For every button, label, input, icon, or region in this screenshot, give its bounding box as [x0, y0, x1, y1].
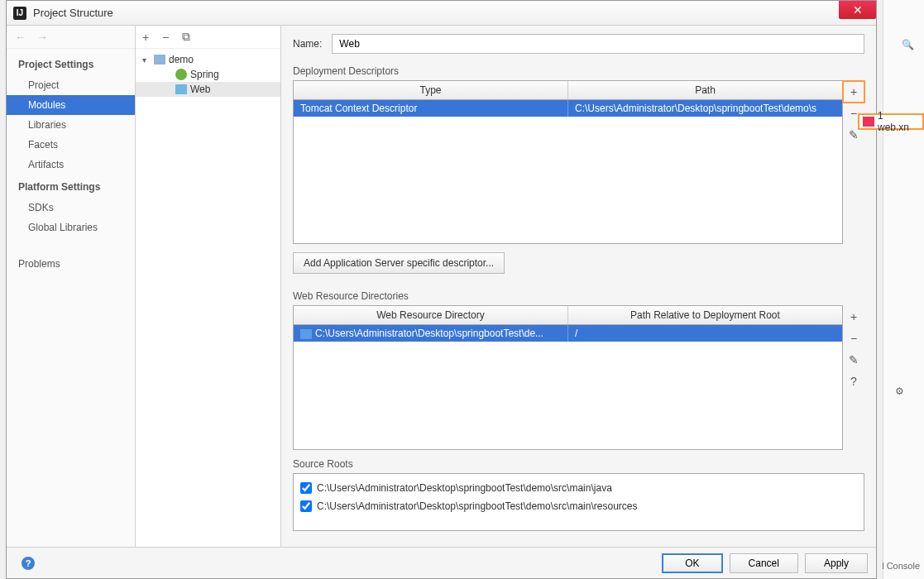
name-label: Name:: [293, 38, 322, 50]
tree-node-spring[interactable]: Spring: [136, 67, 280, 82]
sidebar-item-artifacts[interactable]: Artifacts: [7, 155, 135, 175]
settings-sidebar: ← → Project Settings Project Modules Lib…: [7, 26, 136, 547]
sidebar-item-libraries[interactable]: Libraries: [7, 115, 135, 135]
sidebar-item-project[interactable]: Project: [7, 75, 135, 95]
add-module-icon[interactable]: +: [142, 31, 149, 44]
nav-forward-icon[interactable]: →: [36, 31, 48, 44]
col-relpath[interactable]: Path Relative to Deployment Root: [568, 306, 842, 324]
cell-path: C:\Users\Administrator\Desktop\springboo…: [568, 100, 842, 117]
sidebar-item-facets[interactable]: Facets: [7, 135, 135, 155]
table-row[interactable]: C:\Users\Administrator\Desktop\springboo…: [294, 325, 842, 342]
web-resource-dirs-table: Web Resource Directory Path Relative to …: [293, 305, 843, 450]
tree-node-web[interactable]: Web: [136, 82, 280, 97]
nav-arrows: ← →: [7, 26, 135, 49]
col-type[interactable]: Type: [294, 81, 568, 99]
add-app-server-descriptor-button[interactable]: Add Application Server specific descript…: [293, 252, 505, 274]
remove-module-icon[interactable]: −: [162, 31, 169, 44]
dialog-footer: ? OK Cancel Apply: [7, 547, 876, 578]
col-path[interactable]: Path: [568, 81, 842, 99]
folder-icon: [154, 55, 165, 65]
content-area: ← → Project Settings Project Modules Lib…: [7, 26, 876, 547]
source-roots-list: C:\Users\Administrator\Desktop\springboo…: [293, 473, 864, 531]
table-row[interactable]: Tomcat Context Descriptor C:\Users\Admin…: [294, 100, 842, 117]
remove-wrd-icon[interactable]: −: [843, 328, 864, 349]
tree-label: Web: [190, 84, 210, 95]
main-panel: Name: Deployment Descriptors Type Path T…: [281, 26, 876, 547]
col-dir[interactable]: Web Resource Directory: [294, 306, 568, 324]
table-header: Web Resource Directory Path Relative to …: [294, 306, 842, 325]
sidebar-item-problems[interactable]: Problems: [7, 254, 135, 274]
console-label: l Console: [882, 561, 920, 571]
tree-label: demo: [169, 54, 194, 65]
wrd-side-buttons: + − ✎ ?: [843, 306, 864, 392]
cancel-button[interactable]: Cancel: [730, 553, 798, 573]
source-root-row[interactable]: C:\Users\Administrator\Desktop\springboo…: [299, 479, 859, 497]
nav-back-icon[interactable]: ←: [15, 31, 26, 44]
apply-button[interactable]: Apply: [805, 553, 868, 573]
window-title: Project Structure: [33, 7, 113, 19]
project-settings-header: Project Settings: [7, 52, 135, 75]
sidebar-item-modules[interactable]: Modules: [7, 95, 135, 115]
help-icon[interactable]: ?: [22, 557, 35, 570]
tree-node-demo[interactable]: ▾ demo: [136, 52, 280, 67]
settings-list: Project Settings Project Modules Librari…: [7, 49, 135, 547]
close-button[interactable]: ✕: [839, 1, 876, 19]
add-descriptor-icon[interactable]: +: [843, 81, 864, 103]
xml-tag-icon: [863, 117, 874, 127]
source-root-path: C:\Users\Administrator\Desktop\springboo…: [317, 482, 612, 494]
source-root-path: C:\Users\Administrator\Desktop\springboo…: [317, 500, 637, 512]
module-tree-panel: + − ⧉ ▾ demo Spring Web: [136, 26, 281, 547]
webxml-popup[interactable]: 1 web.xn: [858, 113, 924, 130]
web-resource-dirs-label: Web Resource Directories: [293, 290, 864, 302]
source-roots-label: Source Roots: [293, 458, 864, 470]
help-wrd-icon[interactable]: ?: [843, 371, 864, 392]
source-root-checkbox[interactable]: [300, 482, 312, 494]
folder-icon: [300, 329, 312, 339]
popup-label: 1 web.xn: [878, 110, 917, 133]
cell-relpath: /: [568, 325, 842, 342]
search-icon[interactable]: 🔍: [898, 35, 917, 55]
background-right-gutter: 🔍 ⚙: [883, 0, 924, 579]
ok-button[interactable]: OK: [662, 553, 722, 573]
copy-module-icon[interactable]: ⧉: [182, 30, 190, 44]
sidebar-item-sdks[interactable]: SDKs: [7, 198, 135, 218]
edit-wrd-icon[interactable]: ✎: [843, 349, 864, 371]
add-wrd-icon[interactable]: +: [843, 306, 864, 328]
cell-dir: C:\Users\Administrator\Desktop\springboo…: [294, 325, 568, 342]
platform-settings-header: Platform Settings: [7, 175, 135, 198]
tree-label: Spring: [190, 69, 219, 80]
project-structure-window: IJ Project Structure ✕ ← → Project Setti…: [6, 0, 877, 579]
source-root-checkbox[interactable]: [300, 500, 312, 512]
table-header: Type Path: [294, 81, 842, 100]
app-icon: IJ: [13, 7, 26, 20]
name-row: Name:: [293, 34, 864, 54]
source-root-row[interactable]: C:\Users\Administrator\Desktop\springboo…: [299, 497, 859, 515]
cell-type: Tomcat Context Descriptor: [294, 100, 568, 117]
gear-icon[interactable]: ⚙: [889, 381, 909, 401]
web-icon: [175, 84, 187, 94]
spring-icon: [175, 69, 187, 80]
tree-body: ▾ demo Spring Web: [136, 49, 280, 547]
deployment-descriptors-table: Type Path Tomcat Context Descriptor C:\U…: [293, 80, 843, 244]
tree-toolbar: + − ⧉: [136, 26, 280, 49]
deployment-descriptors-label: Deployment Descriptors: [293, 65, 864, 77]
name-field[interactable]: [332, 34, 864, 54]
sidebar-item-global-libraries[interactable]: Global Libraries: [7, 218, 135, 237]
chevron-down-icon[interactable]: ▾: [142, 55, 151, 65]
titlebar: IJ Project Structure ✕: [7, 1, 876, 26]
